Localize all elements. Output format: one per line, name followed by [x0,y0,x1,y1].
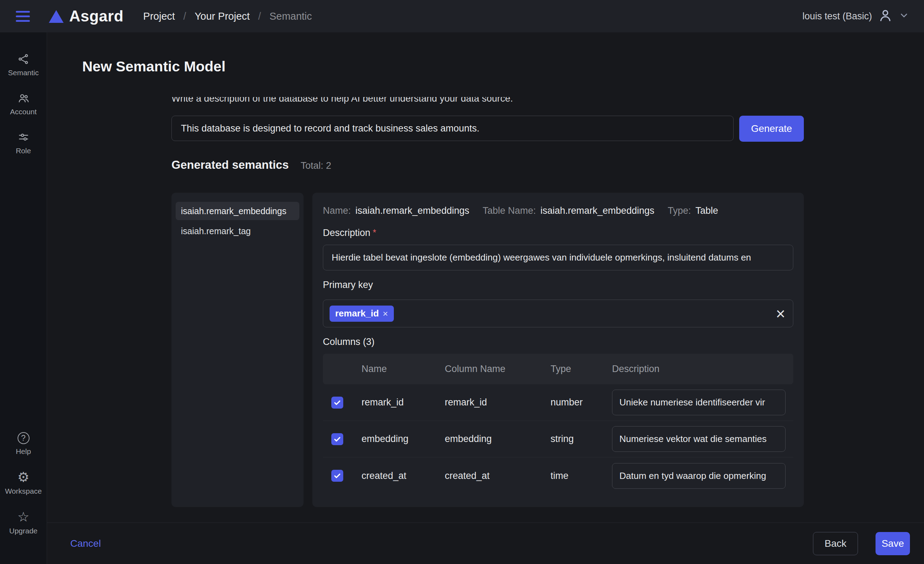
cell-name: embedding [362,433,445,444]
sidebar-item-label: Role [16,147,31,155]
sidebar-item-help[interactable]: ? Help [0,432,47,456]
remove-tag-icon[interactable]: × [382,309,388,318]
footer-bar: Cancel Back Save [47,522,924,564]
breadcrumb-project[interactable]: Project [143,11,175,22]
column-description-input[interactable] [612,463,786,489]
back-button[interactable]: Back [813,532,858,555]
database-description-row: Generate [171,116,804,142]
row-checkbox[interactable] [331,397,343,409]
columns-heading: Columns (3) [323,337,793,347]
logo-icon[interactable] [48,9,64,24]
sidebar-item-upgrade[interactable]: ☆ Upgrade [0,510,47,535]
total-count: Total: 2 [301,160,331,171]
clear-icon[interactable]: × [776,305,785,322]
chevron-down-icon[interactable] [899,10,909,22]
main-content: New Semantic Model Write a description o… [47,32,924,564]
brand-name: Asgard [69,8,124,25]
save-button[interactable]: Save [876,532,910,555]
topbar-account-area: louis test (Basic) [802,8,909,25]
model-name: isaiah.remark_tag [181,226,251,236]
breadcrumb-semantic: Semantic [270,11,312,22]
table-row: embedding embedding string [323,421,793,457]
cell-name: remark_id [362,397,445,408]
table-row: remark_id remark_id number [323,384,793,421]
sidebar-item-label: Semantic [8,69,39,77]
database-description-input[interactable] [171,116,734,141]
sidebar-item-role[interactable]: Role [0,131,47,155]
cell-column-name: created_at [445,471,550,481]
row-checkbox[interactable] [331,470,343,482]
generate-button[interactable]: Generate [739,116,804,142]
header-description: Description [612,364,793,374]
model-list: isaiah.remark_embeddings isaiah.remark_t… [171,193,303,507]
cell-name: created_at [362,471,445,481]
breadcrumb-separator: / [183,11,186,22]
model-detail-card: Name: isaiah.remark_embeddings Table Nam… [312,193,804,507]
star-icon: ☆ [17,510,29,523]
menu-icon[interactable] [16,11,30,22]
meta-type: Type: Table [668,205,718,216]
cancel-button[interactable]: Cancel [70,538,101,549]
model-name: isaiah.remark_embeddings [181,206,286,216]
primary-key-tag: remark_id × [330,305,394,322]
page-title: New Semantic Model [82,59,225,75]
topbar: Asgard Project / Your Project / Semantic… [0,0,924,32]
model-list-item[interactable]: isaiah.remark_tag [176,222,299,240]
model-meta-row: Name: isaiah.remark_embeddings Table Nam… [323,205,793,216]
header-type: Type [550,364,612,374]
help-icon: ? [18,432,30,444]
sidebar: Semantic Account Role ? He [0,32,47,564]
semantic-icon [17,53,30,65]
sidebar-item-semantic[interactable]: Semantic [0,53,47,77]
sidebar-item-label: Workspace [5,487,42,495]
sidebar-item-account[interactable]: Account [0,92,47,116]
primary-key-label: Primary key [323,280,793,290]
header-name: Name [362,364,445,374]
cell-column-name: remark_id [445,397,550,408]
gear-icon: ⚙ [17,471,29,484]
meta-table-name: Table Name: isaiah.remark_embeddings [483,205,654,216]
user-name: louis test (Basic) [802,11,872,22]
cell-type: string [550,433,612,444]
account-icon [17,92,30,104]
breadcrumb-your-project[interactable]: Your Project [195,11,250,22]
description-hint: Write a description of the database to h… [171,97,741,104]
row-checkbox[interactable] [331,433,343,445]
cell-column-name: embedding [445,433,550,444]
sidebar-item-label: Account [10,108,37,116]
primary-key-tag-label: remark_id [335,308,379,319]
role-icon [17,131,30,143]
model-description-input[interactable] [323,245,793,271]
sidebar-item-workspace[interactable]: ⚙ Workspace [0,471,47,495]
generated-semantics-heading: Generated semantics [171,158,289,171]
meta-name: Name: isaiah.remark_embeddings [323,205,470,216]
primary-key-select[interactable]: remark_id × × [323,299,793,327]
column-description-input[interactable] [612,390,786,415]
sidebar-item-label: Upgrade [9,527,38,535]
sidebar-item-label: Help [16,447,31,456]
user-avatar-icon[interactable] [878,8,893,25]
sidebar-bottom-group: ? Help ⚙ Workspace ☆ Upgrade [0,432,47,550]
breadcrumb-separator: / [258,11,261,22]
table-row: created_at created_at time [323,457,793,494]
columns-table: Name Column Name Type Description remark… [323,354,793,494]
header-column-name: Column Name [445,364,550,374]
model-list-item[interactable]: isaiah.remark_embeddings [176,202,299,220]
columns-table-header: Name Column Name Type Description [323,354,793,384]
cell-type: time [550,471,612,481]
description-field-label: Description * [323,227,793,238]
cell-type: number [550,397,612,408]
breadcrumb: Project / Your Project / Semantic [143,11,312,22]
required-asterisk: * [373,227,376,238]
column-description-input[interactable] [612,426,786,452]
generated-semantics-header: Generated semantics Total: 2 [171,158,331,171]
